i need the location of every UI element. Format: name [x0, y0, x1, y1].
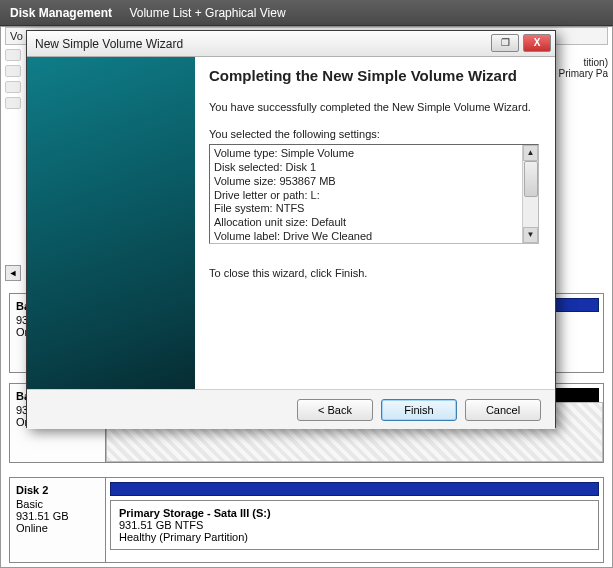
- disk-status: Online: [16, 522, 99, 534]
- wizard-p1: You have successfully completed the New …: [209, 100, 539, 115]
- wizard-dialog: New Simple Volume Wizard ❐ X Completing …: [26, 30, 556, 428]
- close-button[interactable]: X: [523, 34, 551, 52]
- disk-type: Basic: [16, 498, 99, 510]
- listbox-scrollbar[interactable]: [522, 145, 538, 243]
- volume-icon: [5, 97, 21, 109]
- dialog-titlebar[interactable]: New Simple Volume Wizard ❐ X: [27, 31, 555, 57]
- wizard-p2: You selected the following settings:: [209, 127, 539, 142]
- finish-button[interactable]: Finish: [381, 399, 457, 421]
- disk-size: 931.51 GB: [16, 510, 99, 522]
- app-header: Disk Management Volume List + Graphical …: [0, 0, 613, 26]
- wizard-heading: Completing the New Simple Volume Wizard: [209, 67, 539, 86]
- volume-icon: [5, 65, 21, 77]
- minimize-button[interactable]: ❐: [491, 34, 519, 52]
- wizard-main: Completing the New Simple Volume Wizard …: [195, 57, 555, 389]
- settings-listbox[interactable]: Volume type: Simple Volume Disk selected…: [209, 144, 539, 244]
- wizard-p3: To close this wizard, click Finish.: [209, 266, 539, 281]
- app-subtitle: Volume List + Graphical View: [129, 6, 285, 20]
- partition-bar[interactable]: [110, 482, 599, 496]
- partition-status: Healthy (Primary Partition): [119, 531, 590, 543]
- scrollbar-thumb[interactable]: [524, 161, 538, 197]
- volume-icon: [5, 49, 21, 61]
- partition-text-peek: tition) , Primary Pa: [553, 57, 608, 79]
- back-button[interactable]: < Back: [297, 399, 373, 421]
- dialog-footer: < Back Finish Cancel: [27, 389, 555, 429]
- partition-title: Primary Storage - Sata III (S:): [119, 507, 590, 519]
- partition-box[interactable]: Primary Storage - Sata III (S:) 931.51 G…: [110, 500, 599, 550]
- volume-icon: [5, 81, 21, 93]
- dialog-title-text: New Simple Volume Wizard: [35, 37, 183, 51]
- scroll-left-button[interactable]: ◄: [5, 265, 21, 281]
- wizard-side-graphic: [27, 57, 195, 389]
- partition-size: 931.51 GB NTFS: [119, 519, 590, 531]
- disk-title: Disk 2: [16, 484, 99, 496]
- disk-panel-2[interactable]: Disk 2 Basic 931.51 GB Online Primary St…: [9, 477, 604, 563]
- cancel-button[interactable]: Cancel: [465, 399, 541, 421]
- app-title: Disk Management: [10, 6, 112, 20]
- volume-icons-strip: [1, 45, 25, 245]
- disk-graph: Primary Storage - Sata III (S:) 931.51 G…: [106, 478, 603, 562]
- disk-info-left: Disk 2 Basic 931.51 GB Online: [10, 478, 106, 562]
